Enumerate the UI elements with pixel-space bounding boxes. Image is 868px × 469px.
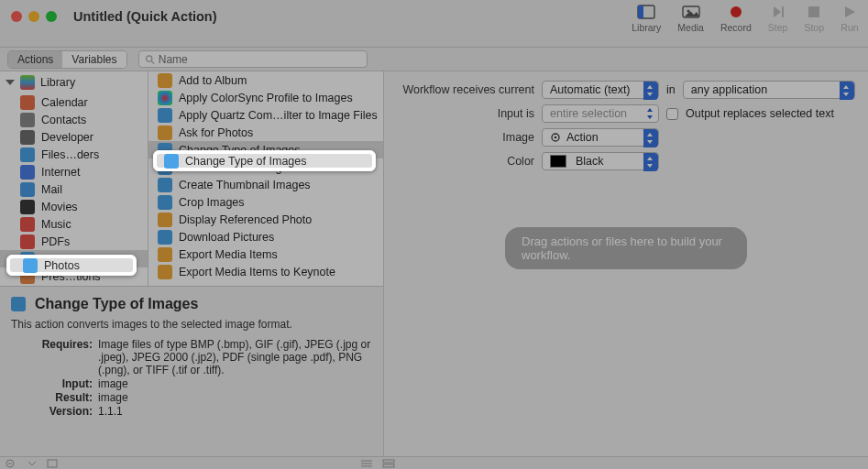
info-input-label: Input: xyxy=(11,377,98,390)
gear-icon xyxy=(550,132,561,143)
sidebar-item[interactable]: Movies xyxy=(0,198,148,215)
action-item[interactable]: Apply ColorSync Profile to Images xyxy=(148,89,383,106)
action-item[interactable]: Crop Images xyxy=(148,193,383,211)
action-item[interactable]: Ask for Photos xyxy=(148,124,383,141)
info-title-row: Change Type of Images xyxy=(11,296,372,312)
sidebar-item[interactable]: Music xyxy=(0,215,148,233)
svg-rect-4 xyxy=(782,6,784,17)
panel-icon[interactable] xyxy=(46,459,59,468)
media-icon xyxy=(682,4,700,20)
info-title: Change Type of Images xyxy=(35,296,198,312)
bottom-strip xyxy=(0,456,868,469)
action-icon xyxy=(158,91,172,105)
sidebar-item-label: Contacts xyxy=(41,114,86,126)
sidebar-item[interactable]: Calendar xyxy=(0,93,148,111)
toolbar-run: Run xyxy=(841,4,859,33)
action-item[interactable]: Export Media Items xyxy=(148,245,383,263)
action-icon xyxy=(158,230,172,245)
sidebar-item-label: Music xyxy=(41,218,71,231)
list-view-icon[interactable] xyxy=(360,459,373,468)
preview-icon xyxy=(11,297,26,311)
workflow-canvas[interactable]: Workflow receives current Automatic (tex… xyxy=(384,71,868,456)
action-item[interactable]: Create Thumbnail Images xyxy=(148,176,383,193)
toolbar-run-label: Run xyxy=(841,22,858,33)
segmented-control: Actions Variables xyxy=(7,50,127,69)
image-label: Image xyxy=(397,131,534,144)
window-controls xyxy=(11,11,57,22)
sidebar-icon xyxy=(637,4,655,20)
action-item[interactable]: Export Media Items to Keynote xyxy=(148,263,383,280)
sidebar-item-label: Movies xyxy=(41,201,78,213)
action-item-label: Apply Quartz Com…ilter to Image Files xyxy=(179,109,378,122)
sidebar-item[interactable]: Mail xyxy=(0,180,148,198)
svg-line-7 xyxy=(151,60,154,63)
category-icon xyxy=(20,234,35,249)
sidebar-item[interactable]: Developer xyxy=(0,128,148,146)
info-result-label: Result: xyxy=(11,391,98,404)
window-title: Untitled (Quick Action) xyxy=(73,9,217,24)
toolbar-library[interactable]: Library xyxy=(632,4,661,33)
action-item[interactable]: Display Referenced Photo xyxy=(148,211,383,228)
sidebar-item[interactable]: Internet xyxy=(0,163,148,180)
info-input-value: image xyxy=(98,377,372,390)
toolbar-step-label: Step xyxy=(768,22,788,33)
action-item[interactable]: Add to Album xyxy=(148,71,383,89)
action-item[interactable]: Download Pictures xyxy=(148,228,383,245)
category-icon xyxy=(20,200,35,214)
chevron-down-icon[interactable] xyxy=(26,459,38,468)
color-label: Color xyxy=(397,155,534,168)
svg-rect-5 xyxy=(808,6,819,17)
action-icon xyxy=(158,265,172,279)
image-popup[interactable]: Action xyxy=(542,128,659,147)
toolbar-library-label: Library xyxy=(632,22,661,33)
category-icon xyxy=(20,217,35,232)
search-input[interactable] xyxy=(159,53,361,66)
toolbar-record[interactable]: Record xyxy=(720,4,752,33)
zoom-icon[interactable] xyxy=(46,11,57,22)
color-swatch xyxy=(550,155,566,168)
close-icon[interactable] xyxy=(11,11,22,22)
output-replaces-label: Output replaces selected text xyxy=(686,107,834,120)
output-replaces-checkbox[interactable] xyxy=(666,108,678,120)
info-requires-label: Requires: xyxy=(11,338,98,376)
highlight-library-label: Photos xyxy=(44,259,80,272)
receives-popup[interactable]: Automatic (text) xyxy=(542,81,659,99)
tab-variables[interactable]: Variables xyxy=(62,51,126,68)
search-icon xyxy=(145,54,155,65)
action-icon xyxy=(158,195,172,210)
action-item-label: Export Media Items xyxy=(179,248,278,261)
photos-icon xyxy=(23,258,38,273)
sidebar-item[interactable]: Files…ders xyxy=(0,146,148,163)
toolbar-media[interactable]: Media xyxy=(677,4,704,33)
filter-bar: Actions Variables xyxy=(0,48,868,71)
action-item[interactable]: Apply Quartz Com…ilter to Image Files xyxy=(148,106,383,124)
in-app-popup[interactable]: any application xyxy=(683,81,855,99)
sidebar-item-label: Internet xyxy=(41,166,80,179)
action-item-label: Create Thumbnail Images xyxy=(179,179,311,191)
sidebar-item[interactable]: Contacts xyxy=(0,111,148,128)
flow-view-icon[interactable] xyxy=(382,459,395,468)
sidebar-item-label: Calendar xyxy=(41,96,88,109)
action-icon xyxy=(158,178,172,192)
library-icon xyxy=(20,75,35,90)
highlight-library-photos: Photos xyxy=(6,255,137,276)
color-popup[interactable]: Black xyxy=(542,152,659,170)
drop-hint: Drag actions or files here to build your… xyxy=(505,227,747,269)
stop-icon xyxy=(805,4,823,20)
tab-actions[interactable]: Actions xyxy=(8,51,62,68)
search-field[interactable] xyxy=(138,50,368,68)
minus-icon[interactable] xyxy=(5,459,18,468)
highlight-action-label: Change Type of Images xyxy=(185,155,307,168)
receives-label: Workflow receives current xyxy=(397,83,534,96)
sidebar-item-label: PDFs xyxy=(41,235,70,248)
library-header[interactable]: Library xyxy=(0,71,148,93)
record-icon xyxy=(727,4,745,20)
toolbar-step: Step xyxy=(768,4,788,33)
sidebar-item[interactable]: PDFs xyxy=(0,233,148,250)
minimize-icon[interactable] xyxy=(28,11,39,22)
sidebar-item-label: Files…ders xyxy=(41,148,99,161)
svg-point-9 xyxy=(555,136,557,139)
toolbar-stop-label: Stop xyxy=(804,22,824,33)
step-icon xyxy=(769,4,787,20)
info-version-value: 1.1.1 xyxy=(98,405,372,418)
